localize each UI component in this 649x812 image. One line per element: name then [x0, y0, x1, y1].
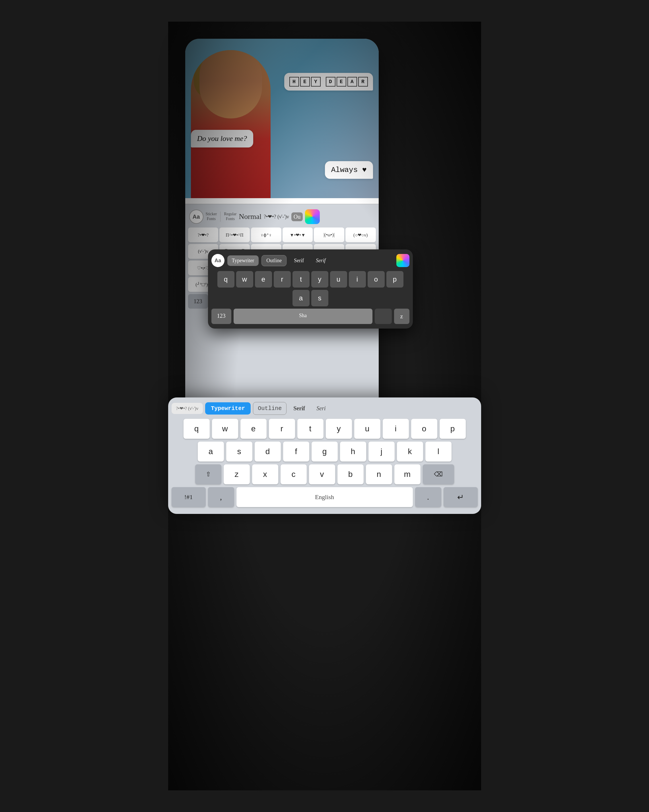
letter-r: R	[358, 77, 368, 87]
wk-row-3: ⇧ z x c v b n m ⌫	[172, 464, 478, 484]
wk-comma-key[interactable]: ,	[208, 487, 234, 507]
dk-serif-tab[interactable]: Serif	[289, 255, 308, 266]
colorful-icon[interactable]	[305, 209, 320, 224]
dk-key-a[interactable]: a	[293, 290, 309, 306]
wk-backspace-key[interactable]: ⌫	[423, 464, 454, 484]
wk-num-key[interactable]: !#1	[172, 487, 206, 507]
wk-key-m[interactable]: m	[395, 464, 420, 484]
wk-outline-tab[interactable]: Outline	[253, 402, 286, 415]
wk-key-o[interactable]: o	[411, 419, 437, 439]
dk-key-t[interactable]: t	[293, 271, 309, 288]
wk-row-2: a s d f g h j k l	[172, 441, 478, 461]
dk-key-s[interactable]: s	[311, 290, 328, 306]
dk-key-e[interactable]: e	[255, 271, 272, 288]
dk-num-button[interactable]: 123	[212, 308, 231, 324]
wk-special-tab[interactable]: ?•❤•? (ν'-')ν	[172, 403, 203, 414]
person-head	[200, 50, 262, 118]
sticker-keyboard-header: Aa StickerFonts RegularFonts Normal ?•❤•…	[188, 207, 376, 227]
divider	[220, 212, 221, 222]
sticker-cell[interactable]: ▼•❤•▼	[283, 227, 313, 242]
special-text[interactable]: ?•❤•? (ν'-')ν	[264, 214, 289, 220]
dk-serif-italic-tab[interactable]: Serif	[311, 255, 330, 266]
dk-key-r[interactable]: r	[274, 271, 291, 288]
wk-bottom-row: !#1 , English . ↵	[172, 487, 478, 507]
dk-key-o[interactable]: o	[368, 271, 385, 288]
wk-key-b[interactable]: b	[337, 464, 364, 484]
wk-key-k[interactable]: k	[397, 441, 423, 461]
wk-key-c[interactable]: c	[280, 464, 307, 484]
dk-key-w[interactable]: w	[236, 271, 253, 288]
wk-row-1: q w e r t y u i o p	[172, 419, 478, 439]
wk-key-h[interactable]: h	[340, 441, 366, 461]
wk-key-y[interactable]: y	[326, 419, 352, 439]
wk-serif-tab[interactable]: Serif	[289, 402, 309, 415]
letter-a: A	[347, 77, 357, 87]
letter-y: Y	[311, 77, 321, 87]
dk-typewriter-tab[interactable]: Typewriter	[227, 255, 259, 266]
wk-key-r[interactable]: r	[269, 419, 295, 439]
dk-key-y[interactable]: y	[311, 271, 328, 288]
sticker-row-1: ?•❤•? Π^•❤•^Π ♀ϕ°♀ ▼•❤•▼ |(•ω•)| (○❤○ν)	[188, 227, 376, 242]
hey-dear-text: H E Y D E A R	[289, 77, 368, 87]
wk-shift-key[interactable]: ⇧	[195, 464, 221, 484]
dk-row-1: q w e r t y u i o p	[212, 271, 410, 288]
scene: H E Y D E A R Do you love me? Always ♥	[168, 21, 481, 791]
chat-bubble-question: Do you love me?	[191, 130, 253, 148]
always-text: Always ♥	[331, 166, 367, 174]
wk-return-key[interactable]: ↵	[443, 487, 478, 507]
wk-key-q[interactable]: q	[183, 419, 210, 439]
dk-spacer	[375, 308, 392, 324]
wk-key-f[interactable]: f	[283, 441, 309, 461]
chat-header: H E Y D E A R Do you love me? Always ♥	[185, 39, 379, 198]
wk-space-key[interactable]: English	[236, 487, 413, 507]
wk-key-v[interactable]: v	[309, 464, 335, 484]
sticker-cell[interactable]: |(•ω•)|	[314, 227, 344, 242]
wk-period-key[interactable]: .	[415, 487, 441, 507]
ou-badge[interactable]: Ou	[291, 212, 303, 221]
white-keyboard[interactable]: ?•❤•? (ν'-')ν Typewriter Outline Serif S…	[168, 397, 481, 514]
question-text: Do you love me?	[197, 134, 247, 143]
sticker-cell[interactable]: (○❤○ν)	[346, 227, 376, 242]
dk-share-button[interactable]: Sha	[234, 308, 372, 324]
sticker-cell[interactable]: ?•❤•?	[188, 227, 218, 242]
dk-color-icon[interactable]	[396, 254, 410, 267]
dk-aa-icon[interactable]: Aa	[212, 254, 224, 267]
sticker-cell[interactable]: Π^•❤•^Π	[219, 227, 250, 242]
wk-key-d[interactable]: d	[254, 441, 281, 461]
dk-outline-tab[interactable]: Outline	[262, 255, 286, 266]
aa-icon[interactable]: Aa	[189, 209, 203, 224]
dk-key-u[interactable]: u	[330, 271, 347, 288]
wk-key-t[interactable]: t	[297, 419, 323, 439]
dk-key-q[interactable]: q	[217, 271, 235, 288]
regular-fonts-label: RegularFonts	[224, 212, 236, 221]
dark-keyboard-header: Aa Typewriter Outline Serif Serif	[212, 254, 410, 267]
wk-key-u[interactable]: u	[354, 419, 381, 439]
white-keyboard-header: ?•❤•? (ν'-')ν Typewriter Outline Serif S…	[172, 402, 478, 415]
wk-key-x[interactable]: x	[252, 464, 278, 484]
wk-key-i[interactable]: i	[383, 419, 409, 439]
wk-key-p[interactable]: p	[440, 419, 466, 439]
letter-h: H	[289, 77, 299, 87]
wk-key-e[interactable]: e	[241, 419, 267, 439]
wk-key-g[interactable]: g	[312, 441, 338, 461]
normal-label[interactable]: Normal	[239, 212, 261, 221]
wk-key-a[interactable]: a	[198, 441, 224, 461]
letter-e2: E	[337, 77, 346, 87]
dk-key-p[interactable]: p	[386, 271, 404, 288]
dark-keyboard[interactable]: Aa Typewriter Outline Serif Serif q w e …	[208, 249, 413, 328]
wk-key-n[interactable]: n	[366, 464, 392, 484]
wk-key-j[interactable]: j	[369, 441, 395, 461]
sticker-fonts-label: StickerFonts	[206, 212, 217, 221]
white-keyboard-keys: q w e r t y u i o p a s d f g h j k	[172, 419, 478, 507]
wk-key-z[interactable]: z	[224, 464, 250, 484]
dk-z-key[interactable]: z	[394, 308, 410, 324]
dk-key-i[interactable]: i	[349, 271, 366, 288]
wk-key-l[interactable]: l	[425, 441, 451, 461]
wk-typewriter-tab[interactable]: Typewriter	[205, 402, 251, 415]
num-button[interactable]: 123	[188, 294, 208, 308]
chat-bubble-always: Always ♥	[325, 161, 373, 179]
wk-key-s[interactable]: s	[226, 441, 252, 461]
wk-serif-italic-tab[interactable]: Seri	[312, 402, 330, 415]
wk-key-w[interactable]: w	[212, 419, 238, 439]
sticker-cell[interactable]: ♀ϕ°♀	[251, 227, 281, 242]
